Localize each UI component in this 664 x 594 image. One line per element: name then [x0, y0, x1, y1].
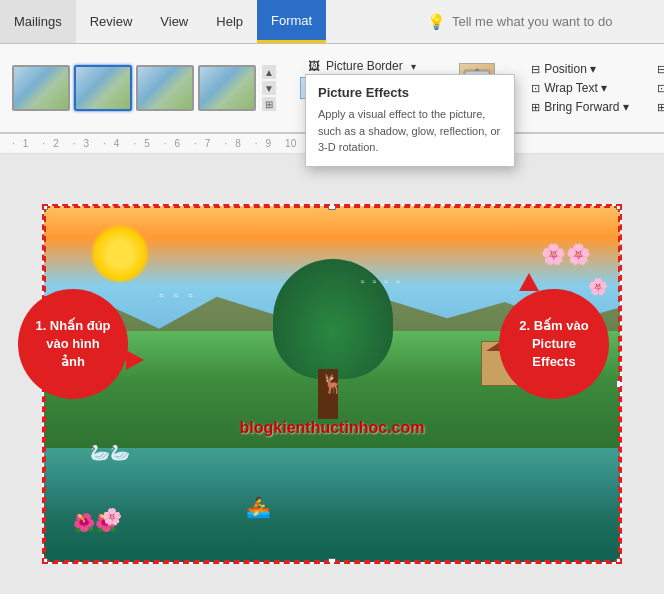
- send-icon: ⊟: [657, 63, 664, 76]
- scroll-down-icon[interactable]: ▼: [262, 81, 276, 95]
- tab-review[interactable]: Review: [76, 0, 147, 43]
- tab-format[interactable]: Format: [257, 0, 326, 43]
- tab-view[interactable]: View: [146, 0, 202, 43]
- bring-forward-button[interactable]: ⊞ Bring Forward ▾: [525, 98, 635, 116]
- position-icon: ⊟: [531, 63, 540, 76]
- search-input[interactable]: [452, 14, 652, 29]
- dropdown-title: Picture Effects: [318, 85, 502, 100]
- handle-middle-right[interactable]: [616, 380, 622, 388]
- select-button[interactable]: ⊡ Selec…: [651, 79, 664, 97]
- picture-style-2[interactable]: [74, 65, 132, 111]
- expand-icon[interactable]: ⊞: [262, 97, 276, 111]
- select-icon: ⊡: [657, 82, 664, 95]
- align-button[interactable]: ⊞ Align…: [651, 98, 664, 116]
- picture-border-button[interactable]: 🖼 Picture Border ▾: [300, 56, 429, 76]
- picture-border-dropdown-icon[interactable]: ▾: [411, 61, 416, 72]
- ribbon-tabs: Mailings Review View Help Format 💡: [0, 0, 664, 44]
- picture-style-3[interactable]: [136, 65, 194, 111]
- blog-text: blogkienthuctinhoc.com: [240, 419, 425, 437]
- handle-top-center[interactable]: [328, 204, 336, 210]
- balloon-step1: 1. Nhấn đúpvào hìnhảnh: [18, 289, 128, 399]
- lightbulb-icon: 💡: [427, 13, 446, 31]
- handle-bottom-center[interactable]: [328, 558, 336, 564]
- handle-bottom-right[interactable]: [616, 558, 622, 564]
- picture-styles-group: ▲ ▼ ⊞: [8, 44, 280, 132]
- document-area: ≈ ≈ ≈ ≈ ≈ ≈ ≈ 🌸🌸 🌸 🦌 🚣 blogkienthuctinho…: [0, 154, 664, 594]
- align-icon: ⊞: [657, 101, 664, 114]
- tab-mailings[interactable]: Mailings: [0, 0, 76, 43]
- arrange-right-group: ⊟ Position ▾ ⊡ Wrap Text ▾ ⊞ Bring Forwa…: [517, 44, 643, 132]
- bring-forward-icon: ⊞: [531, 101, 540, 114]
- picture-style-4[interactable]: [198, 65, 256, 111]
- wrap-text-icon: ⊡: [531, 82, 540, 95]
- send-button[interactable]: ⊟ Send…: [651, 60, 664, 78]
- balloon-step2: 2. Bấm vàoPictureEffects: [499, 289, 609, 399]
- handle-bottom-left[interactable]: [42, 558, 48, 564]
- wrap-text-button[interactable]: ⊡ Wrap Text ▾: [525, 79, 635, 97]
- handle-top-left[interactable]: [42, 204, 48, 210]
- search-area[interactable]: 💡: [415, 0, 664, 43]
- picture-border-icon: 🖼: [308, 59, 320, 73]
- position-button[interactable]: ⊟ Position ▾: [525, 60, 635, 78]
- tab-help[interactable]: Help: [202, 0, 257, 43]
- arrange-group: ⊟ Send… ⊡ Selec… ⊞ Align…: [643, 44, 664, 132]
- dropdown-description: Apply a visual effect to the picture, su…: [318, 106, 502, 156]
- scroll-up-icon[interactable]: ▲: [262, 65, 276, 79]
- picture-effects-dropdown: Picture Effects Apply a visual effect to…: [305, 74, 515, 167]
- picture-style-1[interactable]: [12, 65, 70, 111]
- handle-top-right[interactable]: [616, 204, 622, 210]
